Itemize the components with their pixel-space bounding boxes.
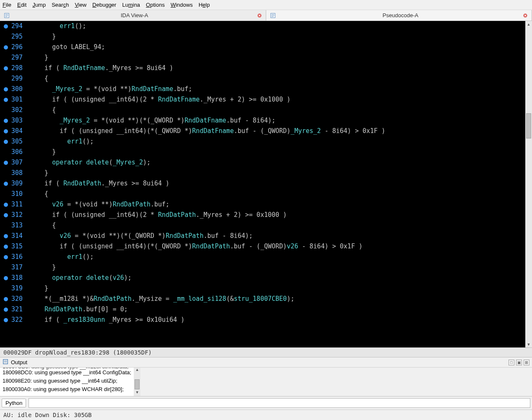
line-number[interactable]: 294 bbox=[0, 21, 23, 31]
breakpoint-marker[interactable] bbox=[4, 182, 8, 186]
menu-edit[interactable]: Edit bbox=[17, 2, 26, 8]
output-scrollbar[interactable]: ▲ ▼ bbox=[134, 368, 140, 396]
line-number[interactable]: 306 bbox=[0, 147, 23, 157]
code-line[interactable]: if ( (unsigned __int64)(*(_QWORD *)RndDa… bbox=[29, 241, 525, 252]
breakpoint-marker[interactable] bbox=[4, 297, 8, 301]
menu-file[interactable]: File bbox=[3, 2, 11, 8]
breakpoint-marker[interactable] bbox=[4, 24, 8, 29]
code-line[interactable]: } bbox=[29, 168, 525, 178]
breakpoint-marker[interactable] bbox=[4, 119, 8, 123]
line-number[interactable]: 301 bbox=[0, 94, 23, 105]
breakpoint-marker[interactable] bbox=[4, 129, 8, 133]
vertical-scrollbar[interactable]: ▲ ▼ bbox=[525, 21, 532, 347]
code-line[interactable]: } bbox=[29, 262, 525, 273]
breakpoint-marker[interactable] bbox=[4, 140, 8, 144]
line-number[interactable]: 312 bbox=[0, 210, 23, 220]
line-number[interactable]: 307 bbox=[0, 157, 23, 168]
breakpoint-marker[interactable] bbox=[4, 276, 8, 280]
code-line[interactable]: RndDatPath.buf[0] = 0; bbox=[29, 304, 525, 315]
line-number[interactable]: 314 bbox=[0, 231, 23, 241]
tab-pseudocode-a[interactable]: Pseudocode-A bbox=[266, 10, 532, 21]
navigation-address-bar[interactable]: 000029DF dropNload_res1830:298 (1800035D… bbox=[0, 347, 532, 357]
line-number[interactable]: 298 bbox=[0, 63, 23, 73]
code-line[interactable]: v26 = *(void **)(*(_QWORD *)RndDatPath.b… bbox=[29, 231, 525, 241]
line-number[interactable]: 319 bbox=[0, 283, 23, 294]
code-line[interactable]: if ( _res1830unn _Myres >= 0x10ui64 ) bbox=[29, 315, 525, 325]
breakpoint-marker[interactable] bbox=[4, 245, 8, 249]
code-line[interactable]: err1(); bbox=[29, 136, 525, 147]
code-line[interactable]: operator delete(_Myres_2); bbox=[29, 157, 525, 168]
code-line[interactable]: goto LABEL_94; bbox=[29, 42, 525, 52]
line-number[interactable]: 309 bbox=[0, 178, 23, 189]
breakpoint-marker[interactable] bbox=[4, 161, 8, 165]
breakpoint-marker[interactable] bbox=[4, 308, 8, 312]
output-close-button[interactable]: ⊠ bbox=[524, 360, 529, 365]
code-line[interactable]: operator delete(v26); bbox=[29, 273, 525, 283]
code-line[interactable]: { bbox=[29, 73, 525, 84]
scroll-down-arrow[interactable]: ▼ bbox=[525, 341, 532, 347]
menu-debugger[interactable]: Debugger bbox=[92, 2, 116, 8]
line-number[interactable]: 303 bbox=[0, 115, 23, 126]
line-number[interactable]: 318 bbox=[0, 273, 23, 283]
code-line[interactable]: } bbox=[29, 31, 525, 42]
menu-search[interactable]: Search bbox=[52, 2, 69, 8]
code-line[interactable]: err1(); bbox=[29, 21, 525, 31]
code-line[interactable]: if ( RndDatPath._Myres >= 8ui64 ) bbox=[29, 178, 525, 189]
breakpoint-marker[interactable] bbox=[4, 234, 8, 238]
line-number[interactable]: 297 bbox=[0, 52, 23, 63]
tab-close-button[interactable] bbox=[257, 13, 262, 18]
code-line[interactable]: if ( (unsigned __int64)(*(_QWORD *)RndDa… bbox=[29, 126, 525, 136]
code-line[interactable]: err1(); bbox=[29, 252, 525, 262]
menu-view[interactable]: View bbox=[75, 2, 86, 8]
breakpoint-marker[interactable] bbox=[4, 98, 8, 102]
breakpoint-marker[interactable] bbox=[4, 213, 8, 217]
line-number[interactable]: 304 bbox=[0, 126, 23, 136]
line-number[interactable]: 313 bbox=[0, 220, 23, 231]
code-line[interactable]: v26 = *(void **)RndDatPath.buf; bbox=[29, 199, 525, 210]
output-maximize-button[interactable]: □ bbox=[509, 360, 514, 365]
line-number[interactable]: 302 bbox=[0, 105, 23, 115]
code-line[interactable]: } bbox=[29, 147, 525, 157]
code-line[interactable]: _Myres_2 = *(void **)RndDatFname.buf; bbox=[29, 84, 525, 94]
menu-windows[interactable]: Windows bbox=[171, 2, 193, 8]
code-line[interactable]: if ( (unsigned __int64)(2 * RndDatFname.… bbox=[29, 94, 525, 105]
code-line[interactable]: { bbox=[29, 220, 525, 231]
line-number[interactable]: 320 bbox=[0, 294, 23, 304]
line-number[interactable]: 321 bbox=[0, 304, 23, 315]
output-restore-button[interactable]: ▣ bbox=[516, 360, 522, 365]
script-language-selector[interactable]: Python bbox=[2, 399, 26, 407]
code-line[interactable]: _Myres_2 = *(void **)(*(_QWORD *)RndDatF… bbox=[29, 115, 525, 126]
line-number[interactable]: 305 bbox=[0, 136, 23, 147]
line-number[interactable]: 311 bbox=[0, 199, 23, 210]
menu-lumina[interactable]: Lumina bbox=[122, 2, 140, 8]
line-number[interactable]: 299 bbox=[0, 73, 23, 84]
line-number[interactable]: 295 bbox=[0, 31, 23, 42]
line-number[interactable]: 308 bbox=[0, 168, 23, 178]
menu-jump[interactable]: Jump bbox=[32, 2, 46, 8]
command-input[interactable] bbox=[29, 398, 530, 408]
line-number[interactable]: 296 bbox=[0, 42, 23, 52]
code-line[interactable]: { bbox=[29, 189, 525, 199]
breakpoint-marker[interactable] bbox=[4, 318, 8, 322]
code-line[interactable]: *(__m128i *)&RndDatPath._Mysize = _mm_lo… bbox=[29, 294, 525, 304]
tab-close-button[interactable] bbox=[522, 13, 528, 18]
code-line[interactable]: { bbox=[29, 105, 525, 115]
menu-options[interactable]: Options bbox=[146, 2, 165, 8]
line-number[interactable]: 310 bbox=[0, 189, 23, 199]
pseudocode-view[interactable]: err1(); } goto LABEL_94; } if ( RndDatFn… bbox=[25, 21, 525, 347]
line-number[interactable]: 315 bbox=[0, 241, 23, 252]
breakpoint-marker[interactable] bbox=[4, 255, 8, 259]
breakpoint-marker[interactable] bbox=[4, 203, 8, 207]
code-line[interactable]: } bbox=[29, 52, 525, 63]
breakpoint-marker[interactable] bbox=[4, 87, 8, 91]
line-number[interactable]: 322 bbox=[0, 315, 23, 325]
code-line[interactable]: if ( RndDatFname._Myres >= 8ui64 ) bbox=[29, 63, 525, 73]
breakpoint-marker[interactable] bbox=[4, 45, 8, 50]
scroll-up-arrow[interactable]: ▲ bbox=[525, 21, 532, 27]
line-number[interactable]: 316 bbox=[0, 252, 23, 262]
line-number[interactable]: 317 bbox=[0, 262, 23, 273]
scrollbar-thumb[interactable] bbox=[526, 113, 531, 138]
menu-help[interactable]: Help bbox=[199, 2, 210, 8]
output-log[interactable]: 18007CB0: using guessed type __m128i str… bbox=[0, 368, 134, 396]
breakpoint-marker[interactable] bbox=[4, 66, 8, 70]
